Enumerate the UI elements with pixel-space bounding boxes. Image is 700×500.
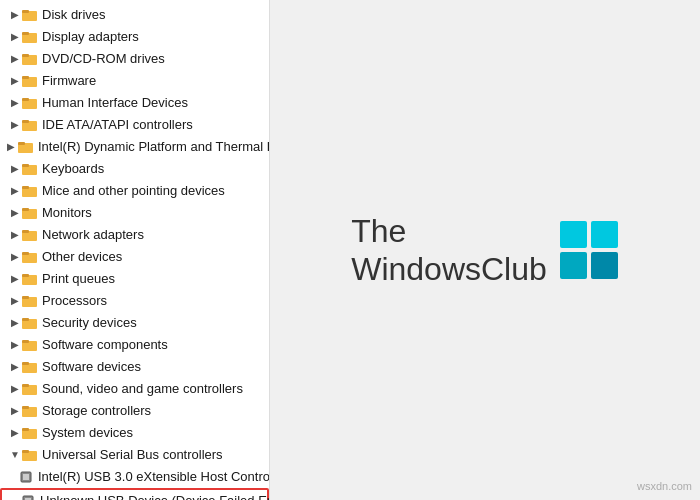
- tree-item-processors[interactable]: ▶Processors: [0, 290, 269, 312]
- expand-arrow[interactable]: ▶: [8, 228, 22, 242]
- expand-arrow[interactable]: ▶: [8, 184, 22, 198]
- item-label: Storage controllers: [42, 402, 151, 420]
- item-label: Firmware: [42, 72, 96, 90]
- item-label: Processors: [42, 292, 107, 310]
- item-label: Software components: [42, 336, 168, 354]
- tree-item-intel-usb[interactable]: ▶Intel(R) USB 3.0 eXtensible Host Contro…: [0, 466, 269, 488]
- item-label: System devices: [42, 424, 133, 442]
- svg-rect-11: [22, 120, 29, 123]
- tree-item-sound-video[interactable]: ▶Sound, video and game controllers: [0, 378, 269, 400]
- tree-item-ide-ata[interactable]: ▶IDE ATA/ATAPI controllers: [0, 114, 269, 136]
- item-label: Intel(R) USB 3.0 eXtensible Host Control…: [38, 468, 270, 486]
- item-icon-folder: [22, 161, 38, 177]
- item-icon-folder: [22, 337, 38, 353]
- tree-item-system-devices[interactable]: ▶System devices: [0, 422, 269, 444]
- svg-rect-27: [22, 296, 29, 299]
- item-label: DVD/CD-ROM drives: [42, 50, 165, 68]
- expand-arrow[interactable]: ▶: [8, 206, 22, 220]
- tree-item-dvd-cdrom[interactable]: ▶DVD/CD-ROM drives: [0, 48, 269, 70]
- expand-arrow[interactable]: ▶: [8, 250, 22, 264]
- item-icon-chip: [18, 469, 34, 485]
- tree-item-usb-controllers[interactable]: ▼Universal Serial Bus controllers: [0, 444, 269, 466]
- svg-rect-54: [560, 221, 587, 248]
- expand-arrow[interactable]: ▶: [8, 338, 22, 352]
- tree-item-human-interface[interactable]: ▶Human Interface Devices: [0, 92, 269, 114]
- svg-rect-56: [560, 252, 587, 279]
- svg-rect-57: [591, 252, 618, 279]
- svg-rect-41: [22, 450, 29, 453]
- expand-arrow[interactable]: ▶: [8, 52, 22, 66]
- tree-item-keyboards[interactable]: ▶Keyboards: [0, 158, 269, 180]
- item-label: IDE ATA/ATAPI controllers: [42, 116, 193, 134]
- tree-item-mice[interactable]: ▶Mice and other pointing devices: [0, 180, 269, 202]
- expand-arrow[interactable]: ▶: [8, 382, 22, 396]
- expand-arrow[interactable]: ▶: [8, 360, 22, 374]
- item-icon-folder: [22, 51, 38, 67]
- device-manager-tree[interactable]: ▶Disk drives▶Display adapters▶DVD/CD-ROM…: [0, 0, 270, 500]
- expand-arrow[interactable]: ▼: [8, 448, 22, 462]
- item-icon-folder: [22, 73, 38, 89]
- expand-arrow[interactable]: ▶: [4, 140, 18, 154]
- item-icon-folder: [22, 315, 38, 331]
- svg-rect-35: [22, 384, 29, 387]
- item-icon-folder: [22, 249, 38, 265]
- logo-line2: WindowsClub: [351, 250, 547, 288]
- tree-item-disk-drives[interactable]: ▶Disk drives: [0, 4, 269, 26]
- item-icon-folder: [22, 205, 38, 221]
- tree-item-other-devices[interactable]: ▶Other devices: [0, 246, 269, 268]
- svg-rect-19: [22, 208, 29, 211]
- item-icon-folder: [22, 183, 38, 199]
- item-icon-folder: [22, 381, 38, 397]
- expand-arrow[interactable]: ▶: [8, 294, 22, 308]
- item-icon-folder: [22, 117, 38, 133]
- expand-arrow[interactable]: ▶: [8, 404, 22, 418]
- expand-arrow[interactable]: ▶: [8, 74, 22, 88]
- tree-item-print-queues[interactable]: ▶Print queues: [0, 268, 269, 290]
- windows-logo-icon: [559, 220, 619, 280]
- item-label: Network adapters: [42, 226, 144, 244]
- svg-rect-55: [591, 221, 618, 248]
- expand-arrow[interactable]: ▶: [8, 30, 22, 44]
- item-label: Software devices: [42, 358, 141, 376]
- expand-arrow[interactable]: ▶: [8, 118, 22, 132]
- tree-item-software-components[interactable]: ▶Software components: [0, 334, 269, 356]
- item-icon-folder: [22, 293, 38, 309]
- tree-item-intel-dynamic[interactable]: ▶Intel(R) Dynamic Platform and Thermal F…: [0, 136, 269, 158]
- expand-arrow[interactable]: ▶: [8, 96, 22, 110]
- svg-rect-13: [18, 142, 25, 145]
- item-label: Security devices: [42, 314, 137, 332]
- tree-item-display-adapters[interactable]: ▶Display adapters: [0, 26, 269, 48]
- item-label: Print queues: [42, 270, 115, 288]
- item-label: Other devices: [42, 248, 122, 266]
- item-icon-folder: [18, 139, 34, 155]
- svg-rect-7: [22, 76, 29, 79]
- watermark: wsxdn.com: [637, 480, 692, 492]
- logo-line1: The: [351, 212, 547, 250]
- item-icon-warn: !: [20, 493, 36, 500]
- expand-arrow[interactable]: ▶: [8, 316, 22, 330]
- expand-arrow[interactable]: ▶: [8, 8, 22, 22]
- item-icon-folder: [22, 29, 38, 45]
- expand-arrow[interactable]: ▶: [8, 162, 22, 176]
- svg-rect-37: [22, 406, 29, 409]
- tree-item-storage-controllers[interactable]: ▶Storage controllers: [0, 400, 269, 422]
- tree-item-network-adapters[interactable]: ▶Network adapters: [0, 224, 269, 246]
- item-icon-folder: [22, 7, 38, 23]
- item-icon-folder: [22, 271, 38, 287]
- tree-item-software-devices[interactable]: ▶Software devices: [0, 356, 269, 378]
- tree-item-unknown-usb[interactable]: ▶!Unknown USB Device (Device Failed Enum…: [0, 488, 269, 500]
- item-icon-folder: [22, 227, 38, 243]
- svg-rect-15: [22, 164, 29, 167]
- item-label: Mice and other pointing devices: [42, 182, 225, 200]
- expand-arrow[interactable]: ▶: [8, 426, 22, 440]
- expand-arrow[interactable]: ▶: [8, 272, 22, 286]
- svg-rect-21: [22, 230, 29, 233]
- item-label: Disk drives: [42, 6, 106, 24]
- tree-item-security-devices[interactable]: ▶Security devices: [0, 312, 269, 334]
- tree-item-monitors[interactable]: ▶Monitors: [0, 202, 269, 224]
- logo-container: The WindowsClub: [351, 212, 619, 289]
- item-icon-folder: [22, 359, 38, 375]
- tree-item-firmware[interactable]: ▶Firmware: [0, 70, 269, 92]
- item-label: Universal Serial Bus controllers: [42, 446, 223, 464]
- item-label: Display adapters: [42, 28, 139, 46]
